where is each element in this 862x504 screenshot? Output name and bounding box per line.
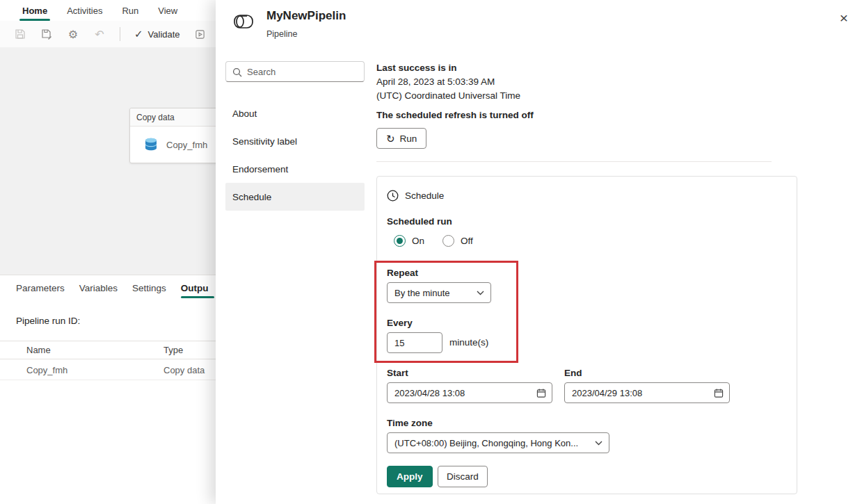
last-success-value: April 28, 2023 at 5:03:39 AM bbox=[376, 76, 495, 87]
app-root: Home Activities Run View ⚙ ↶ ✓ Validate bbox=[0, 0, 862, 504]
column-type: Type bbox=[163, 345, 183, 355]
settings-gear-icon[interactable]: ⚙ bbox=[67, 28, 79, 40]
end-date-input[interactable] bbox=[565, 388, 714, 398]
cell-activity-name: Copy_fmh bbox=[26, 365, 67, 375]
tab-home[interactable]: Home bbox=[13, 0, 57, 21]
table-row[interactable]: Copy_fmh Copy data bbox=[0, 359, 216, 380]
dialog-title: MyNewPipelin bbox=[266, 9, 346, 23]
apply-button[interactable]: Apply bbox=[387, 466, 433, 487]
every-unit-label: minute(s) bbox=[449, 337, 488, 348]
tab-variables[interactable]: Variables bbox=[79, 275, 118, 300]
start-date-input[interactable] bbox=[388, 388, 536, 398]
content-divider bbox=[376, 161, 772, 162]
nav-item-sensitivity-label[interactable]: Sensitivity label bbox=[225, 127, 365, 155]
repeat-label: Repeat bbox=[387, 268, 418, 278]
tab-settings[interactable]: Settings bbox=[132, 275, 166, 300]
tab-parameters[interactable]: Parameters bbox=[16, 275, 65, 300]
timezone-label: Time zone bbox=[387, 418, 433, 428]
ribbon-menubar: Home Activities Run View bbox=[0, 0, 216, 21]
ribbon-toolbar: ⚙ ↶ ✓ Validate bbox=[0, 21, 216, 47]
radio-on-circle bbox=[394, 235, 406, 247]
save-as-icon[interactable] bbox=[40, 28, 53, 40]
run-button[interactable]: ↻ Run bbox=[376, 128, 426, 149]
scheduled-run-radio-group: On Off bbox=[394, 235, 473, 247]
run-button-label: Run bbox=[400, 133, 417, 144]
last-success-timezone: (UTC) Coordinated Universal Time bbox=[376, 90, 520, 101]
dialog-content: Last success is in April 28, 2023 at 5:0… bbox=[376, 0, 856, 504]
radio-off-circle bbox=[442, 235, 454, 247]
schedule-card: Schedule Scheduled run On Off Repeat By … bbox=[376, 176, 797, 494]
repeat-dropdown-value: By the minute bbox=[394, 288, 450, 298]
end-date-field bbox=[564, 382, 730, 403]
nav-item-about[interactable]: About bbox=[225, 99, 365, 127]
repeat-dropdown[interactable]: By the minute bbox=[387, 282, 491, 303]
refresh-icon: ↻ bbox=[386, 133, 395, 144]
debug-icon[interactable] bbox=[194, 28, 207, 40]
last-success-label: Last success is in bbox=[376, 63, 457, 73]
tab-activities[interactable]: Activities bbox=[57, 0, 112, 21]
search-input[interactable] bbox=[226, 62, 364, 81]
refresh-status-text: The scheduled refresh is turned off bbox=[376, 110, 534, 120]
scheduled-run-label: Scheduled run bbox=[387, 216, 452, 227]
column-name: Name bbox=[26, 345, 51, 355]
every-input[interactable] bbox=[388, 338, 442, 348]
calendar-icon[interactable] bbox=[536, 388, 546, 398]
copy-data-icon bbox=[143, 136, 159, 153]
dialog-subtitle: Pipeline bbox=[266, 29, 297, 39]
schedule-card-title: Schedule bbox=[405, 190, 444, 201]
tab-view[interactable]: View bbox=[148, 0, 187, 21]
check-icon: ✓ bbox=[134, 28, 143, 40]
timezone-dropdown[interactable]: (UTC+08:00) Beijing, Chongqing, Hong Kon… bbox=[387, 432, 609, 453]
validate-button[interactable]: ✓ Validate bbox=[134, 28, 180, 40]
discard-button[interactable]: Discard bbox=[438, 466, 488, 487]
output-panel: Parameters Variables Settings Outpu Pipe… bbox=[0, 275, 216, 504]
clock-icon bbox=[387, 190, 399, 202]
nav-item-schedule[interactable]: Schedule bbox=[225, 183, 365, 211]
start-label: Start bbox=[387, 368, 408, 378]
nav-item-endorsement[interactable]: Endorsement bbox=[225, 155, 365, 183]
timezone-dropdown-value: (UTC+08:00) Beijing, Chongqing, Hong Kon… bbox=[394, 438, 578, 448]
copy-activity-name: Copy_fmh bbox=[166, 140, 207, 150]
chevron-down-icon bbox=[595, 441, 602, 446]
copy-activity-card[interactable]: Copy data Copy_fmh bbox=[129, 108, 216, 163]
toolbar-divider bbox=[120, 27, 120, 41]
every-label: Every bbox=[387, 318, 413, 328]
undo-icon[interactable]: ↶ bbox=[93, 28, 106, 40]
radio-off[interactable]: Off bbox=[442, 235, 473, 247]
save-icon[interactable] bbox=[14, 28, 26, 40]
output-panel-tabs: Parameters Variables Settings Outpu bbox=[0, 275, 216, 300]
cell-activity-type: Copy data bbox=[163, 365, 205, 375]
pipeline-settings-dialog: MyNewPipelin Pipeline × About Sensitivit… bbox=[216, 0, 862, 504]
pipeline-icon bbox=[230, 8, 257, 35]
radio-on-label: On bbox=[412, 236, 424, 246]
schedule-card-header: Schedule bbox=[387, 190, 444, 202]
start-date-field bbox=[387, 382, 552, 403]
every-field bbox=[387, 332, 442, 353]
output-table-header: Name Type bbox=[0, 341, 216, 359]
calendar-icon[interactable] bbox=[714, 388, 724, 398]
end-label: End bbox=[564, 368, 582, 378]
radio-on[interactable]: On bbox=[394, 235, 424, 247]
pipeline-editor-workspace: Home Activities Run View ⚙ ↶ ✓ Validate bbox=[0, 0, 216, 504]
dialog-nav: About Sensitivity label Endorsement Sche… bbox=[225, 99, 365, 211]
radio-off-label: Off bbox=[461, 236, 473, 246]
tab-output[interactable]: Outpu bbox=[181, 275, 209, 300]
dialog-search bbox=[225, 61, 365, 82]
chevron-down-icon bbox=[477, 291, 484, 295]
copy-activity-header: Copy data bbox=[130, 108, 216, 127]
pipeline-canvas[interactable]: Copy data Copy_fmh bbox=[0, 47, 216, 275]
pipeline-run-id-label: Pipeline run ID: bbox=[16, 316, 80, 326]
validate-label: Validate bbox=[148, 29, 180, 40]
tab-run[interactable]: Run bbox=[112, 0, 148, 21]
